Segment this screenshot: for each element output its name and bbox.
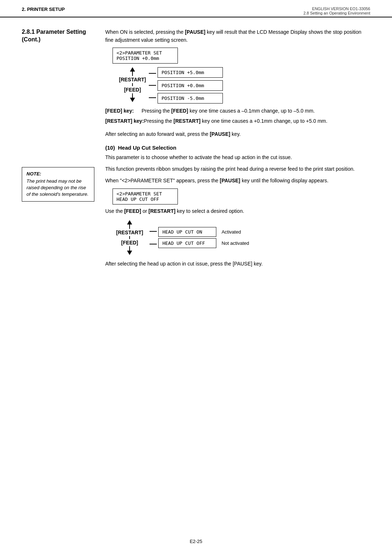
huc-feed-label: [FEED] [121,240,138,246]
page-number: E2-25 [190,539,203,544]
feed-key-label: [FEED] key: [105,107,142,115]
huc-options: HEAD UP CUT ON Activated HEAD UP CUT OFF… [158,227,249,248]
header-right: ENGLISH VERSION EO1-33056 2.8 Setting an… [303,7,370,15]
huc-option-off-label: Not activated [221,240,249,246]
feed-key-desc: [FEED] key: Pressing the [FEED] key one … [105,107,370,115]
vert-line-mid [132,83,133,86]
note-body: The print head may not be raised dependi… [26,178,90,198]
connector-top [149,73,156,74]
feed-key-text: Pressing the [FEED] key one time causes … [142,107,370,115]
connector-lines [149,67,156,104]
note-title: NOTE: [26,171,90,177]
huc-horiz-bot [150,244,157,244]
main-content: 2.8.1 Parameter Setting (Cont.) NOTE: Th… [0,17,392,279]
huc-para1: This parameter is to choose whether to a… [105,154,370,162]
position-diagram: [RESTART] [FEED] POSITION +5.0mm [116,67,370,104]
huc-para2: This function prevents ribbon smudges by… [105,165,370,173]
huc-restart-label: [RESTART] [116,230,143,235]
huc-option-on-label: Activated [221,229,241,235]
huc-horiz-top [150,231,157,232]
horiz-line-bot [149,97,156,98]
huc-arrow-down-icon [127,251,132,255]
restart-key-desc: [RESTART] key: Pressing the [RESTART] ke… [105,117,370,125]
section-title: 2.8.1 Parameter Setting (Cont.) [22,28,94,44]
huc-connectors [150,225,157,250]
huc-para3: When "<2>PARAMETER SET" appears, press t… [105,177,370,185]
section-ref-text: 2.8 Setting an Operating Environment [303,11,370,15]
huc-display-box: <2>PARAMETER SET HEAD UP CUT OFF [113,189,178,204]
huc-use-para: Use the [FEED] or [RESTART] key to selec… [105,207,370,215]
version-text: ENGLISH VERSION EO1-33056 [303,7,370,11]
huc-diagram: [RESTART] [FEED] HEAD UP CUT ON Activate… [116,220,370,255]
huc-option-on: HEAD UP CUT ON [158,227,216,237]
intro-paragraph: When ON is selected, pressing the [PAUSE… [105,28,370,44]
restart-key-text: Pressing the [RESTART] key one time caus… [144,117,370,125]
arrow-down-icon [130,98,135,102]
position-option-2: POSITION +0.0mm [158,80,223,91]
huc-after-para: After selecting the head up action in cu… [105,260,370,268]
huc-display-wrapper: <2>PARAMETER SET HEAD UP CUT OFF [113,189,370,204]
note-box: NOTE: The print head may not be raised d… [22,167,94,202]
auto-forward-para: After selecting an auto forward wait, pr… [105,130,370,138]
page-footer: E2-25 [0,539,392,544]
position-option-1: POSITION +5.0mm [158,67,223,78]
vert-line-bot [132,93,133,98]
position-option-3: POSITION -5.0mm [158,93,223,104]
huc-controls: [RESTART] [FEED] [116,220,143,255]
display-box-wrapper-1: <2>PARAMETER SET POSITION +0.0mm [113,48,370,64]
left-column: 2.8.1 Parameter Setting (Cont.) NOTE: Th… [22,28,102,272]
huc-arrow-up-icon [127,220,132,224]
display-line1: <2>PARAMETER SET [117,50,174,56]
huc-row-off: HEAD UP CUT OFF Not activated [158,238,249,248]
huc-vert-line-mid [129,236,130,239]
restart-key-label: [RESTART] key: [105,117,144,125]
horiz-line-mid [149,85,156,86]
huc-vert-line-top [129,224,130,229]
display-box-initial: <2>PARAMETER SET POSITION +0.0mm [113,48,178,64]
diagram-left-controls: [RESTART] [FEED] [116,67,149,104]
page-header: 2. PRINTER SETUP ENGLISH VERSION EO1-330… [0,0,392,17]
feed-label: [FEED] [124,87,141,93]
right-column: When ON is selected, pressing the [PAUSE… [102,28,370,272]
huc-subsection-title: (10) Head Up Cut Selection [105,145,370,151]
position-options: POSITION +5.0mm POSITION +0.0mm POSITION… [158,67,223,104]
huc-vert-line-bot [129,246,130,251]
header-section: 2. PRINTER SETUP [22,7,65,12]
huc-display-line1: <2>PARAMETER SET [117,191,174,197]
horiz-line-top [149,73,156,74]
page: 2. PRINTER SETUP ENGLISH VERSION EO1-330… [0,0,392,555]
restart-label: [RESTART] [119,77,146,82]
display-line2: POSITION +0.0mm [117,56,174,61]
huc-row-on: HEAD UP CUT ON Activated [158,227,249,237]
arrow-up-icon [130,67,135,72]
vert-line-top [132,72,133,76]
huc-option-off: HEAD UP CUT OFF [158,238,216,248]
huc-display-line2: HEAD UP CUT OFF [117,197,174,202]
